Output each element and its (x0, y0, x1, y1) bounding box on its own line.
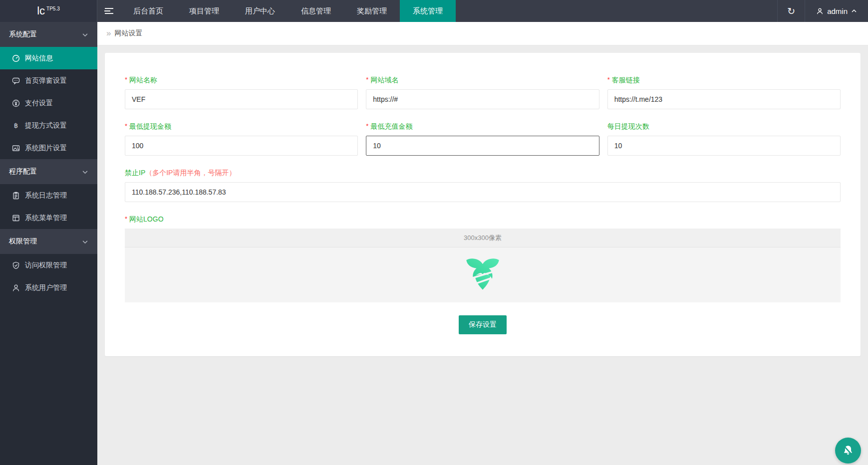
app-logo[interactable]: lc TP5.3 (0, 0, 97, 22)
field-site-name: *网站名称 (125, 76, 358, 109)
sidebar-item-label: 支付设置 (25, 99, 53, 108)
sidebar-section-program-config[interactable]: 程序配置 (0, 159, 97, 184)
logo-text: lc (37, 4, 45, 17)
logo-size-hint: 300x300像素 (125, 229, 841, 247)
nav-item-rewards[interactable]: 奖励管理 (344, 0, 400, 22)
field-label: 网站LOGO (129, 215, 163, 223)
sidebar-item-site-info[interactable]: 网站信息 (0, 47, 97, 69)
field-label: 每日提现次数 (607, 122, 649, 130)
refresh-icon[interactable]: ↻ (777, 0, 805, 22)
required-asterisk: * (125, 122, 127, 130)
save-button[interactable]: 保存设置 (459, 315, 507, 334)
popup-icon (12, 77, 20, 85)
sidebar-item-label: 首页弹窗设置 (25, 76, 67, 85)
sidebar-item-access-permissions[interactable]: 访问权限管理 (0, 254, 97, 276)
field-daily-withdraw-count: 每日提现次数 (607, 122, 841, 156)
sidebar: 系统配置 网站信息 首页弹窗设置 支付设置 ฿ 提现方式设置 (0, 22, 97, 465)
nav-item-system[interactable]: 系统管理 (400, 0, 456, 22)
topbar: lc TP5.3 后台首页 项目管理 用户中心 信息管理 奖励管理 系统管理 ↻… (0, 0, 868, 22)
field-site-logo: *网站LOGO 300x300像素 (125, 215, 841, 302)
breadcrumb: » 网站设置 (97, 22, 868, 45)
logo-version: TP5.3 (46, 6, 60, 11)
breadcrumb-caret-icon: » (106, 28, 111, 38)
sidebar-item-system-logs[interactable]: 系统日志管理 (0, 184, 97, 207)
field-hint: （多个IP请用半角，号隔开） (145, 169, 236, 177)
notifications-off-fab[interactable] (835, 438, 861, 464)
sidebar-item-label: 提现方式设置 (25, 121, 67, 130)
logo-upload-area[interactable] (125, 247, 841, 302)
required-asterisk: * (125, 76, 127, 83)
chevron-down-icon (82, 238, 88, 245)
daily-withdraw-count-input[interactable] (607, 136, 841, 156)
sidebar-section-permissions[interactable]: 权限管理 (0, 229, 97, 254)
nav-item-projects[interactable]: 项目管理 (176, 0, 232, 22)
sidebar-item-system-menus[interactable]: 系统菜单管理 (0, 207, 97, 229)
nav-item-users[interactable]: 用户中心 (232, 0, 288, 22)
field-label: 网站名称 (129, 76, 157, 84)
user-icon (816, 7, 824, 15)
yen-icon (12, 99, 20, 107)
support-link-input[interactable] (607, 89, 841, 109)
bitcoin-icon: ฿ (12, 122, 20, 130)
chevron-down-icon (82, 31, 88, 38)
sidebar-item-label: 网站信息 (25, 54, 53, 63)
field-site-domain: *网站域名 (366, 76, 599, 109)
sidebar-item-image-settings[interactable]: 系统图片设置 (0, 137, 97, 159)
required-asterisk: * (607, 76, 610, 83)
gauge-icon (12, 54, 20, 62)
nav-item-dashboard[interactable]: 后台首页 (120, 0, 176, 22)
field-label: 客服链接 (612, 76, 640, 84)
image-icon (12, 144, 20, 152)
required-asterisk: * (125, 215, 127, 223)
site-settings-form: *网站名称 *网站域名 *客服链接 *最低提现金额 (125, 76, 841, 334)
sidebar-section-system-config[interactable]: 系统配置 (0, 22, 97, 47)
section-label: 系统配置 (9, 30, 37, 39)
banned-ip-input[interactable] (125, 182, 841, 202)
sidebar-item-withdraw-settings[interactable]: ฿ 提现方式设置 (0, 114, 97, 137)
chevron-down-icon (82, 169, 88, 175)
save-row: 保存设置 (125, 315, 841, 334)
top-nav: 后台首页 项目管理 用户中心 信息管理 奖励管理 系统管理 (120, 0, 456, 22)
bell-off-icon (842, 444, 855, 457)
sidebar-item-label: 访问权限管理 (25, 261, 67, 270)
field-support-link: *客服链接 (607, 76, 841, 109)
field-min-withdraw: *最低提现金额 (125, 122, 358, 156)
page-title: 网站设置 (114, 29, 142, 38)
sidebar-item-label: 系统菜单管理 (25, 214, 67, 223)
log-icon (12, 192, 20, 200)
min-recharge-input[interactable] (366, 136, 599, 156)
section-label: 程序配置 (9, 167, 37, 176)
sidebar-item-label: 系统用户管理 (25, 283, 67, 292)
field-label: 最低提现金额 (129, 122, 171, 130)
field-label: 禁止IP (125, 169, 145, 177)
nav-item-info[interactable]: 信息管理 (288, 0, 344, 22)
user-icon (12, 284, 20, 292)
sidebar-item-label: 系统图片设置 (25, 144, 67, 153)
site-domain-input[interactable] (366, 89, 599, 109)
settings-card: *网站名称 *网站域名 *客服链接 *最低提现金额 (105, 53, 861, 356)
username: admin (827, 7, 848, 15)
field-min-recharge: *最低充值金额 (366, 122, 599, 156)
sidebar-item-home-popup[interactable]: 首页弹窗设置 (0, 69, 97, 92)
sidebar-item-system-users[interactable]: 系统用户管理 (0, 276, 97, 299)
section-label: 权限管理 (9, 237, 37, 246)
required-asterisk: * (366, 76, 368, 83)
chevron-up-icon (851, 8, 857, 14)
logo-upload-box: 300x300像素 (125, 229, 841, 302)
shield-icon (12, 261, 20, 269)
min-withdraw-input[interactable] (125, 136, 358, 156)
site-name-input[interactable] (125, 89, 358, 109)
collapse-menu-icon[interactable] (97, 0, 120, 22)
user-menu[interactable]: admin (805, 0, 868, 22)
content-area: *网站名称 *网站域名 *客服链接 *最低提现金额 (97, 45, 868, 465)
menu-icon (12, 214, 20, 222)
sidebar-item-payment-settings[interactable]: 支付设置 (0, 92, 97, 114)
required-asterisk: * (366, 122, 368, 130)
field-label: 最低充值金额 (370, 122, 412, 130)
sidebar-item-label: 系统日志管理 (25, 191, 67, 200)
bull-logo-image (463, 255, 502, 294)
field-label: 网站域名 (370, 76, 398, 84)
field-banned-ip: 禁止IP（多个IP请用半角，号隔开） (125, 169, 841, 202)
